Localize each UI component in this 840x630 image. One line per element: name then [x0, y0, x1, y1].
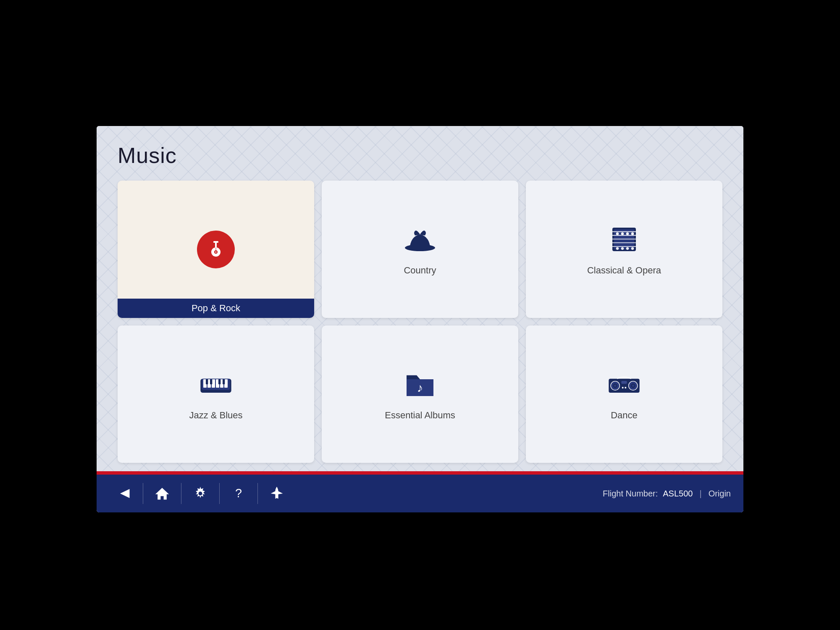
svg-rect-2 — [213, 241, 218, 243]
home-icon — [155, 486, 170, 501]
classical-label: Classical & Opera — [587, 265, 661, 276]
svg-rect-31 — [210, 379, 212, 384]
settings-icon — [193, 486, 208, 501]
flight-info: Flight Number: ASL500 | Origin — [603, 489, 731, 499]
jazz-label: Jazz & Blues — [189, 410, 242, 421]
settings-button[interactable] — [186, 479, 215, 508]
ife-screen: Music Pop — [97, 126, 743, 512]
svg-point-20 — [626, 247, 629, 249]
main-content: Music Pop — [97, 126, 743, 471]
help-button[interactable]: ? — [224, 479, 253, 508]
guitar-icon — [205, 239, 226, 260]
genre-grid: Pop & Rock Country — [118, 181, 722, 463]
svg-point-16 — [626, 232, 629, 235]
nav-divider-1 — [143, 483, 143, 504]
flight-info-separator: | — [699, 489, 701, 499]
help-icon: ? — [231, 486, 246, 501]
nav-divider-4 — [257, 483, 258, 504]
flight-map-button[interactable] — [262, 479, 291, 508]
svg-point-14 — [616, 232, 619, 235]
svg-point-44 — [625, 387, 626, 388]
svg-rect-33 — [223, 379, 225, 384]
genre-card-pop-rock[interactable]: Pop & Rock — [118, 181, 314, 318]
boombox-icon — [607, 368, 641, 406]
genre-card-country[interactable]: Country — [322, 181, 518, 318]
svg-text:?: ? — [235, 486, 242, 500]
cowboy-hat-icon — [403, 223, 437, 261]
svg-rect-30 — [206, 379, 208, 384]
pop-rock-icon-bg — [197, 231, 235, 268]
piano-icon — [199, 368, 233, 406]
svg-text:♪: ♪ — [417, 381, 423, 394]
dance-label: Dance — [611, 410, 638, 421]
accordion-icon — [607, 223, 641, 261]
screen-wrapper: Music Pop — [88, 113, 752, 517]
svg-point-41 — [632, 385, 634, 387]
bottom-nav: ? Flight Number: ASL500 | Origin — [97, 475, 743, 512]
svg-point-18 — [616, 247, 619, 249]
svg-rect-42 — [621, 381, 627, 384]
svg-point-21 — [631, 247, 634, 249]
airplane-icon — [269, 486, 284, 501]
svg-point-19 — [621, 247, 624, 249]
flight-number-label: Flight Number: — [603, 489, 658, 499]
genre-card-classical[interactable]: Classical & Opera — [526, 181, 722, 318]
nav-divider-2 — [181, 483, 181, 504]
svg-point-38 — [614, 385, 616, 387]
page-title: Music — [118, 143, 722, 168]
essential-label: Essential Albums — [385, 410, 455, 421]
svg-point-17 — [631, 232, 634, 235]
svg-rect-32 — [218, 379, 220, 384]
svg-point-15 — [621, 232, 624, 235]
back-button[interactable] — [109, 479, 139, 508]
origin-label: Origin — [709, 489, 731, 499]
genre-card-essential[interactable]: ♪ Essential Albums — [322, 326, 518, 463]
red-divider — [97, 471, 743, 475]
genre-card-jazz[interactable]: Jazz & Blues — [118, 326, 314, 463]
nav-divider-3 — [219, 483, 220, 504]
nav-icons: ? — [109, 479, 291, 508]
genre-card-dance[interactable]: Dance — [526, 326, 722, 463]
flight-number-value: ASL500 — [663, 489, 693, 499]
svg-marker-45 — [120, 489, 130, 498]
svg-point-5 — [215, 251, 217, 252]
pop-rock-label: Pop & Rock — [118, 299, 314, 318]
country-label: Country — [404, 265, 436, 276]
svg-point-43 — [622, 387, 624, 388]
home-button[interactable] — [147, 479, 177, 508]
svg-marker-46 — [155, 488, 169, 500]
svg-point-48 — [199, 492, 202, 496]
music-folder-icon: ♪ — [403, 368, 437, 406]
back-icon — [116, 486, 131, 501]
